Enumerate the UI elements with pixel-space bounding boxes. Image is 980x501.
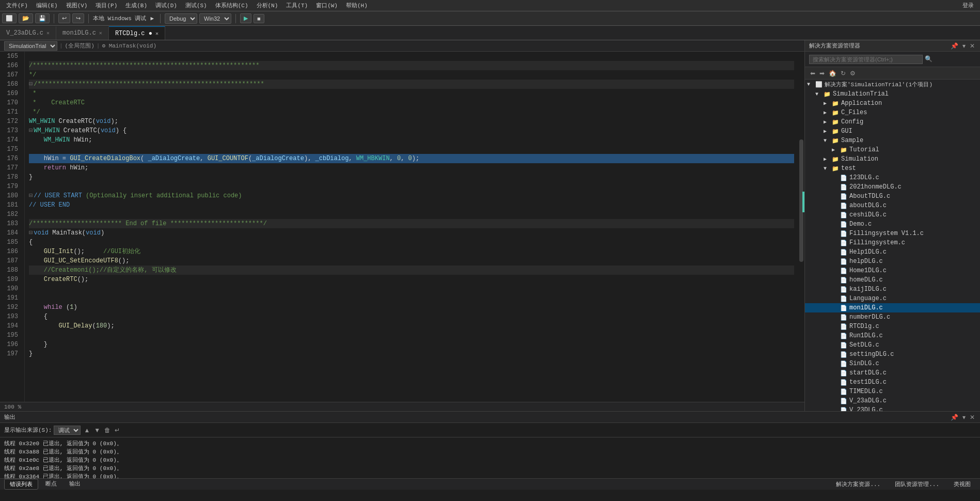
file-abouttdlg[interactable]: 📄 AboutTDLG.c: [805, 192, 980, 201]
toolbar-redo[interactable]: ↪: [72, 13, 84, 23]
bottom-tab-errorlist[interactable]: 错误列表: [4, 479, 38, 490]
sol-filter[interactable]: ⚙: [849, 70, 857, 77]
menu-build[interactable]: 生成(B): [121, 1, 151, 10]
toolbar-stop[interactable]: ■: [254, 14, 264, 23]
folder-simulation[interactable]: ▶ 📁 Simulation: [805, 154, 980, 164]
editor-vscrollbar[interactable]: [798, 52, 804, 402]
output-wrap[interactable]: ↵: [114, 427, 121, 434]
sol-forward[interactable]: ➡: [818, 70, 826, 77]
bottom-tab-team[interactable]: 团队资源管理...: [890, 479, 944, 489]
sol-back[interactable]: ⬅: [809, 70, 816, 77]
output-clear[interactable]: 🗑: [103, 427, 112, 434]
file-aboutdlg[interactable]: 📄 aboutDLG.c: [805, 201, 980, 210]
code-area[interactable]: /***************************************…: [25, 52, 798, 402]
file-rtcdlg[interactable]: 📄 RTCDlg.c: [805, 322, 980, 331]
menu-project[interactable]: 项目(P): [91, 1, 121, 10]
panel-close[interactable]: ✕: [969, 42, 976, 50]
menu-view[interactable]: 视图(V): [62, 1, 92, 10]
file-2021honmedlg[interactable]: 📄 2021honmeDLG.c: [805, 182, 980, 192]
menu-file[interactable]: 文件(F): [2, 1, 32, 10]
menu-test[interactable]: 测试(S): [181, 1, 211, 10]
test-folder-icon: 📁: [832, 165, 839, 172]
editor-body[interactable]: 165 166 167 168 169 170 171 172 173 174 …: [0, 52, 804, 402]
bottom-tab-class[interactable]: 类视图: [949, 479, 976, 489]
solution-search-input[interactable]: [809, 55, 923, 64]
panel-dropdown[interactable]: ▾: [961, 42, 967, 50]
bottom-tab-breakpoints[interactable]: 断点: [40, 479, 62, 490]
menu-help[interactable]: 帮助(H): [342, 1, 372, 10]
tab-rtcdlg[interactable]: RTCDlg.c ● ✕: [109, 26, 165, 40]
file-timedlg[interactable]: 📄 TIMEDLG.c: [805, 387, 980, 396]
file-settingdlg[interactable]: 📄 settingDLG.c: [805, 350, 980, 359]
sol-refresh[interactable]: ↻: [840, 70, 847, 77]
tab-v23adlg[interactable]: V_23aDLG.c ✕: [0, 26, 56, 40]
fold-180[interactable]: ⊟: [29, 191, 33, 200]
file-123dlg[interactable]: 📄 123DLG.c: [805, 173, 980, 182]
fold-184[interactable]: ⊟: [29, 228, 33, 238]
output-dropdown[interactable]: ▾: [961, 414, 967, 421]
folder-cfiles[interactable]: ▶ 📁 C_Files: [805, 108, 980, 117]
file-kaijidlg[interactable]: 📄 kaijIDLG.c: [805, 285, 980, 294]
file-help1dlg[interactable]: 📄 Help1DLG.c: [805, 247, 980, 257]
bottom-tab-output[interactable]: 输出: [64, 479, 86, 490]
file-numberdlg[interactable]: 📄 numberDLG.c: [805, 312, 980, 322]
file-test1dlg[interactable]: 📄 test1DLG.c: [805, 378, 980, 387]
output-close[interactable]: ✕: [969, 414, 976, 421]
fold-168[interactable]: ⊟: [29, 80, 33, 89]
file-v23adlg-label: V_23aDLG.c: [849, 397, 887, 404]
file-monidlg[interactable]: 📄 moniDLG.c: [805, 303, 980, 312]
folder-tutorial[interactable]: ▶ 📁 Tutorial: [805, 145, 980, 154]
header-sep2: |: [97, 43, 100, 49]
output-pin[interactable]: 📌: [950, 414, 959, 421]
file-ceshidlg[interactable]: 📄 ceshiDLG.c: [805, 210, 980, 220]
menu-analyze[interactable]: 分析(N): [252, 1, 282, 10]
menu-arch[interactable]: 体系结构(C): [211, 1, 252, 10]
solution-search-bar: 🔍: [805, 52, 980, 67]
file-helpdlg[interactable]: 📄 helpDLG.c: [805, 257, 980, 266]
fold-173[interactable]: ⊟: [29, 126, 33, 135]
file-fillingsystem[interactable]: 📄 Fillingsystem.c: [805, 238, 980, 247]
tab-monidlg[interactable]: moniDLG.c ✕: [56, 26, 109, 40]
output-up[interactable]: ▲: [83, 427, 91, 434]
file-language[interactable]: 📄 Language.c: [805, 294, 980, 303]
login-link[interactable]: 登录: [962, 2, 978, 9]
toolbar-open[interactable]: 📂: [19, 13, 33, 23]
debug-mode-select[interactable]: Debug: [165, 13, 197, 24]
file-v23dlg[interactable]: 📄 V_23DLG.c: [805, 405, 980, 411]
toolbar-start[interactable]: ▶: [240, 13, 251, 23]
file-sindlg[interactable]: 📄 SinDLG.c: [805, 359, 980, 368]
folder-config[interactable]: ▶ 📁 Config: [805, 117, 980, 127]
bottom-tab-solution[interactable]: 解决方案资源...: [831, 479, 886, 489]
tab-v23adlg-close[interactable]: ✕: [46, 30, 50, 36]
menu-tools[interactable]: 工具(T): [282, 1, 312, 10]
file-setdlg[interactable]: 📄 SetDLG.c: [805, 340, 980, 350]
solution-root[interactable]: ▼ ⬜ 解决方案'SimulationTrial'(1个项目): [805, 80, 980, 89]
platform-select[interactable]: Win32: [199, 13, 231, 24]
menu-edit[interactable]: 编辑(E): [32, 1, 62, 10]
file-selector[interactable]: SimulationTrial: [4, 41, 57, 51]
menu-debug[interactable]: 调试(D): [151, 1, 181, 10]
output-down[interactable]: ▼: [93, 427, 101, 434]
folder-test[interactable]: ▼ 📁 test: [805, 164, 980, 173]
project-root[interactable]: ▼ 📁 SimulationTrial: [805, 89, 980, 99]
toolbar-undo[interactable]: ↩: [58, 13, 70, 23]
folder-sample[interactable]: ▼ 📁 Sample: [805, 136, 980, 145]
file-v23adlg[interactable]: 📄 V_23aDLG.c: [805, 396, 980, 405]
file-fillingsystemv1[interactable]: 📄 Fillingsystem V1.1.c: [805, 229, 980, 238]
menu-window[interactable]: 窗口(W): [312, 1, 342, 10]
folder-application[interactable]: ▶ 📁 Application: [805, 99, 980, 108]
sol-home[interactable]: 🏠: [828, 70, 837, 77]
file-startdlg[interactable]: 📄 startDLG.c: [805, 368, 980, 378]
tab-monidlg-close[interactable]: ✕: [99, 30, 102, 36]
toolbar-new[interactable]: ⬜: [2, 13, 17, 23]
output-source-select[interactable]: 调试: [54, 426, 81, 435]
panel-pin[interactable]: 📌: [950, 42, 959, 50]
file-homedlg[interactable]: 📄 homeDLG.c: [805, 275, 980, 285]
code-line-184: ⊟ void MainTask( void ): [29, 228, 794, 238]
toolbar-save[interactable]: 💾: [35, 13, 50, 23]
folder-gui[interactable]: ▶ 📁 GUI: [805, 127, 980, 136]
tab-rtcdlg-close[interactable]: ✕: [155, 30, 159, 37]
file-demo[interactable]: 📄 Demo.c: [805, 220, 980, 229]
file-run1dlg[interactable]: 📄 Run1DLG.c: [805, 331, 980, 340]
file-home1dlg[interactable]: 📄 Home1DLG.c: [805, 266, 980, 275]
